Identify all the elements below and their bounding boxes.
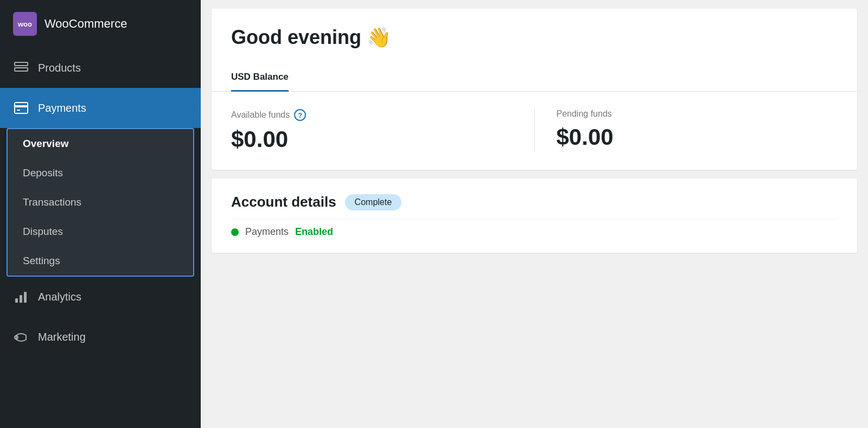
payments-submenu: Overview Deposits Transactions Disputes … [7, 128, 194, 277]
sidebar-item-products-label: Products [38, 62, 81, 74]
account-details-header: Account details Complete [231, 194, 838, 210]
products-icon [13, 60, 29, 76]
account-details-card: Account details Complete Payments Enable… [212, 178, 857, 253]
marketing-icon [13, 329, 29, 345]
analytics-icon [13, 289, 29, 305]
pending-funds-col: Pending funds $0.00 [535, 109, 838, 152]
greeting-text: Good evening 👋 [231, 26, 838, 49]
sidebar-item-analytics-label: Analytics [38, 291, 81, 303]
available-funds-label: Available funds ? [231, 109, 513, 121]
submenu-item-transactions[interactable]: Transactions [8, 188, 193, 217]
svg-rect-7 [15, 298, 18, 303]
svg-rect-3 [15, 68, 28, 71]
collapse-arrow-icon [192, 101, 201, 114]
sidebar-logo[interactable]: woo WooCommerce [0, 0, 201, 48]
sidebar-item-analytics[interactable]: Analytics [0, 277, 201, 317]
account-payments-row: Payments Enabled [231, 219, 838, 238]
available-funds-help-icon[interactable]: ? [294, 109, 306, 121]
svg-rect-8 [20, 295, 22, 303]
sidebar-logo-label: WooCommerce [44, 17, 127, 31]
payments-icon [13, 100, 29, 116]
tab-usd-balance[interactable]: USD Balance [231, 64, 289, 92]
sidebar-item-payments-row: Payments [0, 88, 201, 128]
account-details-title: Account details [231, 194, 336, 210]
submenu-item-disputes[interactable]: Disputes [8, 217, 193, 246]
sidebar-item-marketing[interactable]: Marketing [0, 317, 201, 357]
available-funds-amount: $0.00 [231, 126, 513, 152]
main-content: Good evening 👋 USD Balance Available fun… [201, 0, 868, 428]
pending-funds-label: Pending funds [557, 109, 838, 119]
sidebar-item-products[interactable]: Products [0, 48, 201, 88]
pending-funds-amount: $0.00 [557, 124, 838, 150]
svg-rect-6 [17, 110, 20, 111]
available-funds-col: Available funds ? $0.00 [231, 109, 535, 152]
submenu-item-deposits[interactable]: Deposits [8, 158, 193, 188]
tabs-bar: USD Balance [212, 64, 857, 92]
greeting-section: Good evening 👋 [212, 9, 857, 64]
svg-rect-9 [24, 292, 27, 303]
submenu-item-overview[interactable]: Overview [8, 129, 193, 158]
submenu-item-settings[interactable]: Settings [8, 246, 193, 276]
svg-text:woo: woo [18, 20, 32, 28]
account-complete-badge: Complete [345, 194, 401, 210]
svg-rect-4 [15, 103, 28, 113]
account-payments-status: Enabled [295, 226, 333, 238]
balance-section: Available funds ? $0.00 Pending funds $0… [212, 92, 857, 170]
greeting-card: Good evening 👋 USD Balance Available fun… [212, 9, 857, 170]
account-payments-label: Payments [245, 226, 289, 238]
sidebar: woo WooCommerce Products Payments [0, 0, 201, 428]
svg-rect-2 [15, 62, 28, 66]
sidebar-item-payments[interactable]: Payments [0, 88, 201, 128]
sidebar-item-marketing-label: Marketing [38, 331, 86, 343]
woo-icon: woo [13, 12, 37, 36]
svg-rect-5 [15, 105, 28, 107]
sidebar-item-payments-label: Payments [38, 102, 86, 114]
payments-status-dot [231, 228, 239, 236]
